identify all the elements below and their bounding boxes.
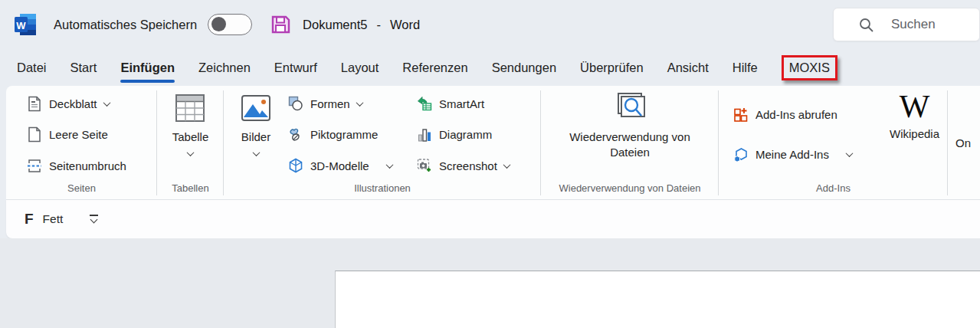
meine-addins-button[interactable]: Meine Add-Ins (733, 144, 881, 166)
document-page[interactable] (335, 271, 980, 328)
chevron-down-icon (356, 99, 363, 107)
group-label-wiederverwendung: Wiederverwendung von Dateien (541, 182, 719, 199)
get-addins-icon (733, 107, 749, 123)
tab-moxis-highlighted[interactable]: MOXIS (782, 55, 837, 80)
tab-hilfe[interactable]: Hilfe (733, 49, 758, 86)
pictures-icon (239, 91, 273, 125)
tab-datei[interactable]: Datei (17, 49, 47, 86)
ribbon-group-illustrationen: Bilder Formen (224, 86, 541, 199)
my-addins-icon (733, 147, 749, 162)
leere-seite-label: Leere Seite (49, 128, 108, 141)
piktogramme-label: Piktogramme (310, 128, 378, 141)
diagramm-label: Diagramm (439, 128, 492, 141)
chevron-down-icon (503, 161, 510, 169)
ribbon-group-tabellen: Tabelle Tabellen (157, 86, 224, 199)
wikipedia-icon: W (900, 91, 930, 122)
formen-label: Formen (310, 97, 350, 110)
chevron-down-icon (103, 99, 110, 107)
screenshot-icon (417, 158, 432, 173)
reuse-files-icon (612, 91, 647, 125)
smartart-button[interactable]: SmartArt (417, 93, 541, 114)
smartart-icon (417, 96, 432, 111)
bilder-label: Bilder (241, 130, 270, 145)
3d-modelle-label: 3D-Modelle (310, 159, 369, 172)
seitenumbruch-label: Seitenumbruch (49, 159, 126, 172)
bold-icon: F (25, 211, 34, 228)
leere-seite-button[interactable]: Leere Seite (27, 124, 157, 146)
app-name: Word (390, 18, 420, 32)
ribbon-group-seiten: Deckblatt Leere Seite Se (6, 86, 157, 199)
wikipedia-button[interactable]: W Wikipedia (890, 86, 939, 182)
addins-abrufen-label: Add-Ins abrufen (755, 108, 837, 121)
formen-button[interactable]: Formen (288, 93, 417, 114)
deckblatt-button[interactable]: Deckblatt (27, 93, 157, 114)
search-icon (858, 17, 874, 33)
piktogramme-button[interactable]: Piktogramme (288, 124, 417, 146)
tab-referenzen[interactable]: Referenzen (402, 49, 467, 86)
tab-einfuegen[interactable]: Einfügen (120, 49, 175, 86)
deckblatt-label: Deckblatt (49, 97, 97, 110)
3d-models-icon (288, 158, 303, 173)
wikipedia-label: Wikipedia (890, 126, 939, 142)
ribbon-group-addins: Add-Ins abrufen Meine Add-Ins W W (719, 86, 948, 199)
wiederverwendung-label: Wiederverwendung von Dateien (565, 130, 695, 160)
cover-page-icon (27, 96, 42, 112)
bilder-button[interactable]: Bilder (239, 86, 273, 182)
chevron-down-icon (252, 149, 260, 156)
svg-text:W: W (16, 20, 26, 31)
collapse-ribbon-icon[interactable] (89, 215, 100, 224)
page-break-icon (27, 158, 42, 174)
chart-icon (417, 127, 432, 143)
ribbon-group-wiederverwendung: Wiederverwendung von Dateien Wiederverwe… (541, 86, 719, 199)
ribbon-overflow: On (948, 86, 980, 199)
group-label-tabellen: Tabellen (157, 182, 224, 199)
diagramm-button[interactable]: Diagramm (417, 124, 541, 146)
chevron-down-icon (187, 149, 195, 156)
blank-page-icon (27, 126, 42, 143)
chevron-down-icon (845, 149, 853, 157)
group-label-addins: Add-Ins (719, 182, 948, 199)
bold-label: Fett (43, 212, 64, 226)
tab-ueberpruefen[interactable]: Überprüfen (580, 49, 644, 86)
seitenumbruch-button[interactable]: Seitenumbruch (27, 155, 157, 176)
screenshot-button[interactable]: Screenshot (417, 155, 541, 176)
overflow-button-partial[interactable]: On (948, 86, 980, 149)
group-label-illustrationen: Illustrationen (224, 182, 541, 199)
document-name: Dokument5 (303, 18, 367, 32)
title-separator: - (377, 18, 382, 32)
ribbon-tab-bar: Datei Start Einfügen Zeichnen Entwurf La… (0, 49, 980, 86)
chevron-down-icon (385, 161, 393, 169)
word-logo-icon: W (14, 13, 37, 36)
group-label-seiten: Seiten (6, 182, 157, 199)
tab-sendungen[interactable]: Sendungen (492, 49, 556, 86)
tabelle-button[interactable]: Tabelle (172, 86, 209, 182)
addins-abrufen-button[interactable]: Add-Ins abrufen (733, 104, 881, 126)
search-input[interactable]: Suchen (833, 8, 980, 41)
icons-icon (288, 127, 303, 143)
search-placeholder: Suchen (891, 17, 936, 32)
tab-start[interactable]: Start (70, 49, 97, 86)
table-icon (173, 91, 207, 125)
tabelle-label: Tabelle (172, 130, 209, 145)
tab-entwurf[interactable]: Entwurf (274, 49, 317, 86)
wiederverwendung-button[interactable]: Wiederverwendung von Dateien (565, 86, 695, 182)
bold-button[interactable]: F Fett (25, 211, 63, 228)
meine-addins-label: Meine Add-Ins (755, 148, 829, 161)
save-icon[interactable] (270, 15, 290, 34)
autosave-label: Automatisches Speichern (54, 18, 197, 32)
smartart-label: SmartArt (439, 97, 484, 110)
screenshot-label: Screenshot (439, 159, 497, 172)
toggle-knob (211, 17, 226, 31)
tab-zeichnen[interactable]: Zeichnen (198, 49, 251, 86)
autosave-toggle[interactable] (208, 14, 252, 35)
tab-layout[interactable]: Layout (341, 49, 379, 86)
quick-toolbar-strip: F Fett (6, 200, 980, 238)
3d-modelle-button[interactable]: 3D-Modelle (288, 155, 417, 176)
shapes-icon (288, 96, 303, 111)
document-area (0, 238, 980, 328)
document-title: Dokument5 - Word (303, 18, 420, 32)
tab-ansicht[interactable]: Ansicht (667, 49, 709, 86)
ribbon-panel: Deckblatt Leere Seite Se (6, 86, 980, 200)
